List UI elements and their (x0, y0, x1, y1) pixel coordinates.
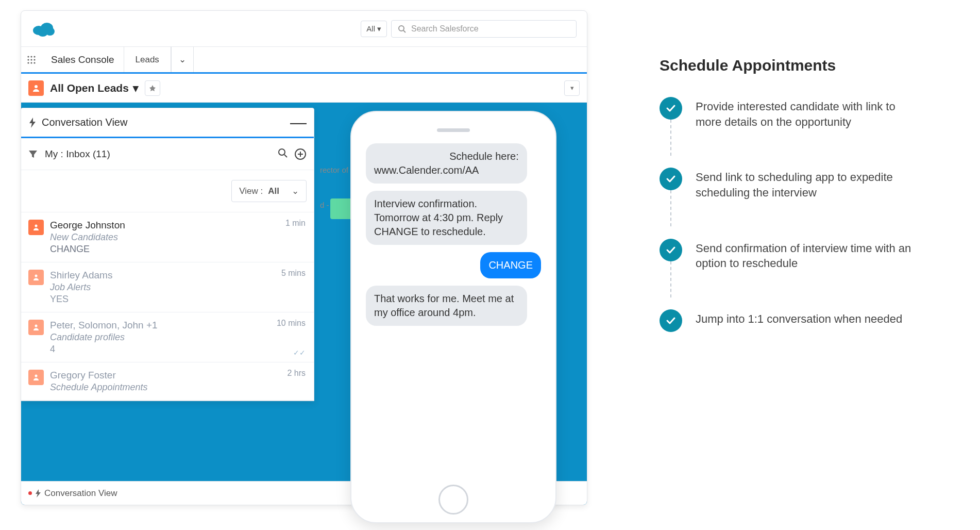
check-circle-icon (660, 239, 682, 261)
svg-point-10 (30, 59, 32, 60)
lead-subject: Schedule Appointments (50, 382, 307, 393)
svg-point-3 (45, 27, 55, 36)
view-dropdown[interactable]: View : All ⌄ (231, 180, 307, 202)
top-bar: All ▾ Search Salesforce (21, 11, 587, 47)
svg-point-6 (27, 56, 29, 57)
lead-list: George Johnston New Candidates CHANGE 1 … (21, 212, 314, 401)
search-placeholder: Search Salesforce (411, 24, 479, 34)
header-dropdown-button[interactable]: ▾ (564, 80, 580, 96)
lead-preview: YES (50, 294, 307, 305)
list-view-title-text: All Open Leads (50, 82, 129, 94)
inbox-row: My : Inbox (11) (21, 138, 314, 170)
svg-point-9 (27, 59, 29, 60)
svg-line-17 (284, 155, 287, 157)
app-launcher-icon[interactable] (21, 47, 42, 72)
step-item: Send confirmation of interview time with… (660, 239, 939, 271)
view-value: All (268, 186, 279, 196)
conversation-panel-header: Conversation View — (21, 108, 314, 138)
lead-icon (28, 370, 44, 385)
status-dot-icon (28, 491, 32, 495)
lead-subject: Job Alerts (50, 282, 307, 293)
list-item[interactable]: George Johnston New Candidates CHANGE 1 … (21, 212, 314, 262)
svg-point-15 (35, 85, 38, 88)
step-list: Provide interested candidate with link t… (660, 97, 939, 332)
svg-point-14 (33, 62, 35, 63)
pin-button[interactable] (145, 80, 160, 96)
list-item[interactable]: Peter, Solomon, John +1 Candidate profil… (21, 312, 314, 362)
filter-icon[interactable] (28, 150, 38, 159)
svg-point-12 (27, 62, 29, 63)
panel-title: Conversation View (42, 117, 127, 128)
search-scope-dropdown[interactable]: All ▾ (361, 21, 387, 37)
step-text: Send link to scheduling app to expedite … (696, 168, 917, 200)
search-icon[interactable] (278, 148, 288, 158)
lead-time: 10 mins (277, 319, 306, 328)
svg-line-5 (403, 30, 405, 32)
step-text: Send confirmation of interview time with… (696, 239, 917, 271)
svg-point-16 (279, 149, 285, 155)
lightning-icon (35, 489, 41, 498)
received-message: Schedule here:www.Calender.com/AA (366, 143, 527, 184)
list-view-name[interactable]: All Open Leads ▾ (50, 82, 139, 94)
phone-mockup: Schedule here:www.Calender.com/AAIntervi… (350, 111, 556, 523)
lead-subject: New Candidates (50, 232, 307, 243)
view-filter-row: View : All ⌄ (21, 170, 314, 212)
minimize-button[interactable]: — (290, 113, 307, 132)
salesforce-logo-icon (31, 20, 56, 38)
lead-name: Gregory Foster (50, 370, 307, 381)
connector-line (670, 190, 671, 226)
check-circle-icon (660, 168, 682, 190)
global-search-input[interactable]: Search Salesforce (391, 20, 577, 38)
svg-point-8 (33, 56, 35, 57)
read-receipt-icon: ✓✓ (293, 349, 306, 357)
sent-message: CHANGE (480, 252, 541, 278)
step-text: Provide interested candidate with link t… (696, 97, 917, 129)
add-button[interactable] (294, 148, 307, 160)
lead-time: 1 min (285, 219, 306, 228)
step-item: Jump into 1:1 conversation when needed (660, 309, 939, 332)
caret-down-icon: ▾ (377, 24, 381, 34)
chevron-down-icon: ⌄ (292, 186, 299, 196)
tab-chevron[interactable]: ⌄ (171, 47, 194, 72)
info-title: Schedule Appointments (660, 57, 939, 74)
pin-icon (149, 85, 156, 91)
phone-speaker (437, 128, 470, 132)
search-scope-label: All (366, 24, 375, 33)
step-item: Send link to scheduling app to expedite … (660, 168, 939, 200)
list-item[interactable]: Shirley Adams Job Alerts YES 5 mins (21, 262, 314, 312)
tabs-row: Sales Console Leads ⌄ (21, 47, 587, 74)
lead-time: 2 hrs (287, 369, 306, 378)
tab-leads[interactable]: Leads (124, 47, 171, 72)
lead-name: George Johnston (50, 220, 307, 231)
check-circle-icon (660, 309, 682, 332)
step-item: Provide interested candidate with link t… (660, 97, 939, 129)
info-panel: Schedule Appointments Provide interested… (603, 10, 959, 520)
svg-point-11 (33, 59, 35, 60)
svg-point-23 (35, 325, 38, 327)
svg-point-21 (35, 225, 38, 227)
lead-object-icon (28, 80, 44, 96)
view-label: View : (239, 186, 263, 196)
received-message: That works for me. Meet me at my office … (366, 286, 527, 326)
connector-line (670, 261, 671, 297)
step-text: Jump into 1:1 conversation when needed (696, 309, 902, 332)
list-item[interactable]: Gregory Foster Schedule Appointments 2 h… (21, 362, 314, 401)
utility-item-conversation[interactable]: Conversation View (44, 488, 117, 499)
home-button[interactable] (438, 485, 468, 515)
connector-line (670, 120, 671, 156)
svg-point-13 (30, 62, 32, 63)
lead-time: 5 mins (281, 269, 306, 278)
inbox-label: My : Inbox (11) (45, 148, 110, 160)
lead-icon (28, 220, 44, 235)
app-name: Sales Console (42, 47, 124, 72)
svg-point-7 (30, 56, 32, 57)
phone-screen: Schedule here:www.Calender.com/AAIntervi… (361, 142, 546, 477)
check-circle-icon (660, 97, 682, 120)
received-message: Interview confirmation. Tomorrow at 4:30… (366, 191, 527, 245)
svg-point-4 (399, 26, 404, 31)
lead-preview: 4 (50, 344, 307, 355)
lead-preview: CHANGE (50, 244, 307, 255)
lightning-icon (28, 118, 37, 128)
lead-name: Peter, Solomon, John +1 (50, 320, 307, 331)
lead-name: Shirley Adams (50, 270, 307, 281)
